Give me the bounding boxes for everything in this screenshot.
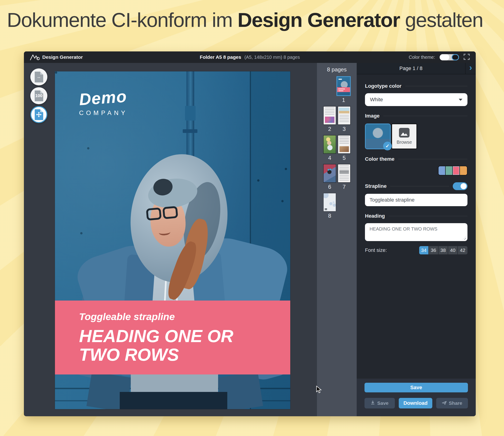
fit-width-icon: ↔	[35, 72, 43, 82]
font-size-40[interactable]: 40	[448, 246, 458, 254]
inspector-footer: Save Save Download	[357, 379, 476, 416]
page-number-6: 6	[323, 184, 336, 190]
page-thumbnail-4[interactable]	[323, 135, 336, 154]
design-generator-window: Design Generator Folder A5 8 pages (A5, …	[24, 51, 476, 416]
save-secondary-button[interactable]: Save	[364, 398, 395, 409]
strapline-section: Strapline	[365, 182, 467, 190]
font-size-label: Font size:	[365, 247, 387, 253]
font-size-42[interactable]: 42	[458, 246, 467, 254]
move-tool-button[interactable]	[30, 106, 47, 123]
topbar: Design Generator Folder A5 8 pages (A5, …	[24, 51, 476, 63]
check-icon: ✓	[383, 142, 392, 150]
swatch-blue[interactable]	[439, 166, 446, 175]
page-thumbnail-1[interactable]	[336, 76, 351, 96]
heading-textarea[interactable]: HEADING ONE OR TWO ROWS	[365, 223, 467, 241]
font-size-38[interactable]: 38	[439, 246, 448, 254]
page-thumbnail-5[interactable]	[338, 135, 351, 154]
page-number-3: 3	[338, 126, 351, 132]
cover-logo-script: Demo	[78, 87, 128, 109]
share-button[interactable]: Share	[436, 398, 468, 409]
page-number-7: 7	[338, 184, 351, 190]
strapline-toggle[interactable]	[453, 182, 467, 190]
browse-image-button[interactable]: Browse	[391, 124, 417, 149]
inspector-header: Page 1 / 8 ›	[357, 63, 476, 74]
toggle-dark-segment	[452, 54, 459, 60]
mountain-logo-icon	[30, 54, 39, 61]
swatch-pink[interactable]	[453, 166, 460, 175]
move-icon	[35, 109, 43, 120]
chevron-down-icon	[459, 99, 462, 101]
app-body: ↔ 100	[24, 63, 476, 416]
zoom-100-button[interactable]: 100	[30, 87, 47, 104]
page-number-8: 8	[323, 213, 336, 219]
cover-heading: HEADING ONE OR TWO ROWS	[79, 327, 244, 364]
color-theme-swatches	[438, 166, 467, 175]
page-thumbnail-8[interactable]	[323, 193, 336, 212]
image-icon	[399, 128, 410, 137]
page-number-1: 1	[336, 97, 351, 103]
page-indicator: Page 1 / 8	[357, 63, 465, 74]
app-name: Design Generator	[42, 54, 83, 60]
page-thumbnail-3[interactable]	[338, 106, 351, 125]
color-theme-section: Color theme	[365, 156, 467, 162]
topbar-brand: Design Generator	[30, 54, 83, 61]
fit-width-button[interactable]: ↔	[30, 68, 47, 85]
swatch-orange[interactable]	[460, 166, 467, 175]
workspace: ↔ 100	[24, 63, 317, 416]
download-button[interactable]: Download	[399, 398, 432, 409]
cover-logo: Demo COMPANY	[79, 88, 128, 117]
topbar-controls: Color theme:	[409, 54, 470, 61]
strapline-input[interactable]	[365, 194, 467, 206]
color-theme-toggle-label: Color theme:	[409, 55, 435, 60]
mouse-cursor	[316, 386, 323, 394]
selected-image-tile[interactable]: ✓	[365, 124, 391, 149]
share-icon	[442, 400, 447, 406]
save-button[interactable]: Save	[364, 383, 468, 392]
page-thumbnail-6[interactable]	[323, 164, 336, 183]
color-theme-toggle[interactable]	[440, 54, 459, 60]
canvas-tools: ↔ 100	[30, 68, 47, 123]
swatch-green[interactable]	[446, 166, 453, 175]
cover-banner: Toggleable strapline HEADING ONE OR TWO …	[55, 300, 290, 374]
pages-panel-header: 8 pages	[317, 66, 357, 73]
toggle-knob	[440, 54, 449, 60]
document-title-group: Folder A5 8 pages (A5, 148x210 mm) 8 pag…	[200, 54, 300, 60]
font-size-36[interactable]: 36	[429, 246, 439, 254]
pages-panel: 8 pages 1 2 3	[317, 63, 357, 416]
font-size-34[interactable]: 34	[419, 246, 429, 254]
image-section: Image	[365, 113, 467, 119]
page-thumbnail-2[interactable]	[323, 106, 336, 125]
screenshot-root: Dokumente CI-konform im Design Generator…	[0, 0, 504, 436]
page-thumbnail-7[interactable]	[338, 164, 351, 183]
page-number-5: 5	[338, 155, 351, 161]
document-meta: (A5, 148x210 mm) 8 pages	[244, 55, 300, 60]
logotype-color-value: White	[370, 97, 383, 103]
inspector-panel: Page 1 / 8 › Logotype color White Image	[357, 63, 476, 416]
fullscreen-icon[interactable]	[464, 54, 470, 61]
canvas-page[interactable]: Demo COMPANY Toggleable strapline HEADIN…	[55, 71, 290, 409]
cover-strapline: Toggleable strapline	[79, 311, 290, 322]
chevron-right-icon: ›	[469, 63, 472, 73]
browse-label: Browse	[397, 140, 412, 145]
heading-section: Heading	[365, 213, 467, 219]
logotype-color-select[interactable]: White	[365, 93, 467, 106]
logotype-color-section: Logotype color	[365, 83, 467, 89]
document-title: Folder A5 8 pages	[200, 54, 241, 60]
page-number-4: 4	[323, 155, 336, 161]
collapse-panel-button[interactable]: ›	[465, 63, 476, 74]
page-title: Dokumente CI-konform im Design Generator…	[7, 8, 499, 32]
download-icon	[371, 400, 375, 406]
cover-logo-subtitle: COMPANY	[79, 109, 128, 117]
zoom-100-icon: 100	[35, 91, 43, 101]
page-number-2: 2	[323, 126, 336, 132]
font-size-group: 34 36 38 40 42	[419, 246, 467, 254]
